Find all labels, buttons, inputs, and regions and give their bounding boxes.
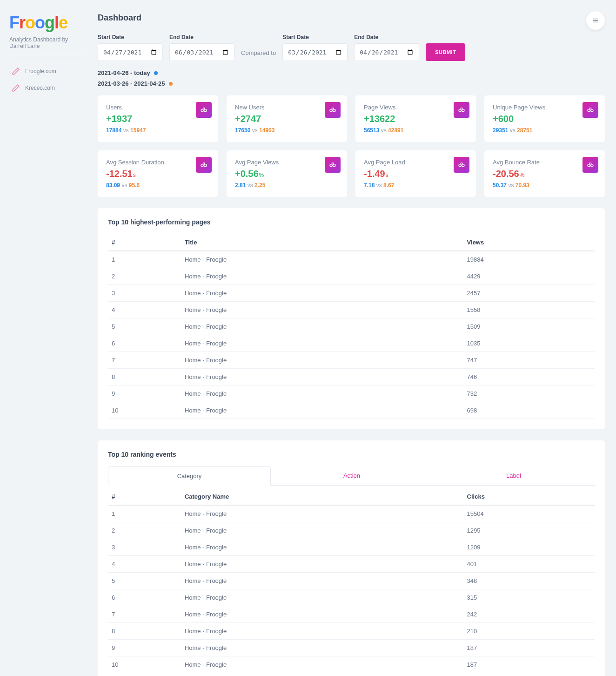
table-row: 5Home - Froogle348 [108, 573, 595, 589]
metric-title: Avg Session Duration [106, 159, 210, 166]
binoculars-icon [583, 102, 598, 118]
svg-point-6 [333, 109, 335, 112]
metric-compare: 2.81 vs 2.25 [235, 182, 339, 189]
tagline: Analytics Dashboard by Darrell Lane [9, 36, 84, 56]
binoculars-icon [196, 102, 212, 118]
metric-title: Unique Page Views [493, 104, 596, 111]
submit-button[interactable]: SUBMIT [426, 43, 465, 61]
table-row: 8Home - Froogle746 [108, 369, 595, 385]
metric-title: Avg Bounce Rate [493, 159, 596, 166]
metric-delta: +13622 [364, 114, 468, 124]
hamburger-icon [592, 17, 599, 24]
metric-delta: -12.51s [106, 169, 210, 179]
svg-point-7 [459, 109, 461, 112]
svg-point-3 [201, 109, 203, 112]
svg-point-11 [201, 164, 203, 167]
metric-compare: 17650 vs 14903 [235, 127, 339, 134]
start-date-1-input[interactable] [98, 43, 163, 61]
pencil-icon [11, 83, 20, 93]
metrics-grid: Users+193717884 vs 15947New Users+274717… [98, 95, 605, 197]
metric-card: Page Views+1362256513 vs 42891 [355, 95, 476, 142]
table-row: 7Home - Froogle747 [108, 352, 595, 369]
page-title: Dashboard [98, 13, 605, 23]
table-row: 9Home - Froogle732 [108, 385, 595, 402]
sidebar-item-site-1[interactable]: Kreceo.com [9, 80, 84, 96]
tab-category[interactable]: Category [108, 466, 271, 486]
events-tabs: Category Action Label [108, 466, 595, 486]
metric-card: New Users+274717650 vs 14903 [227, 95, 347, 142]
metric-delta: -20.56% [493, 169, 596, 179]
metric-card: Unique Page Views+60029351 vs 28751 [484, 95, 605, 142]
binoculars-icon [454, 157, 469, 173]
metric-delta: +1937 [106, 114, 210, 124]
dot-icon [154, 71, 158, 75]
end-date-2-input[interactable] [354, 43, 419, 61]
events-panel: Top 10 ranking events Category Action La… [98, 440, 605, 676]
sidebar: Froogle Analytics Dashboard by Darrell L… [0, 0, 93, 676]
dot-icon [169, 82, 173, 86]
col-header-num: # [108, 488, 181, 505]
events-table: # Category Name Clicks 1Home - Froogle15… [108, 488, 595, 673]
table-row: 8Home - Froogle210 [108, 623, 595, 640]
col-header-clicks: Clicks [463, 488, 595, 505]
col-header-title: Title [181, 234, 463, 251]
previous-range: 2021-03-26 - 2021-04-25 [98, 80, 605, 87]
date-row: Start Date End Date Compared to Start Da… [98, 34, 605, 61]
main-content: Dashboard Start Date End Date Compared t… [93, 0, 616, 676]
metric-card: Avg Bounce Rate-20.56%50.37 vs 70.93 [484, 150, 605, 197]
current-range: 2021-04-26 - today [98, 69, 605, 76]
table-row: 10Home - Froogle698 [108, 402, 595, 419]
binoculars-icon [454, 102, 469, 118]
end-date-1-input[interactable] [169, 43, 234, 61]
metric-title: New Users [235, 104, 339, 111]
sidebar-item-label: Froogle.com [25, 68, 56, 74]
table-row: 7Home - Froogle242 [108, 606, 595, 623]
svg-point-14 [333, 164, 335, 167]
metric-card: Users+193717884 vs 15947 [98, 95, 218, 142]
metric-delta: +2747 [235, 114, 339, 124]
svg-point-10 [591, 109, 593, 112]
svg-point-17 [588, 164, 590, 167]
metric-title: Avg Page Views [235, 159, 339, 166]
table-row: 2Home - Froogle1295 [108, 522, 595, 539]
table-row: 4Home - Froogle401 [108, 556, 595, 573]
compared-to-label: Compared to [241, 49, 276, 61]
svg-point-5 [330, 109, 332, 112]
table-row: 2Home - Froogle4429 [108, 268, 595, 285]
metric-compare: 56513 vs 42891 [364, 127, 468, 134]
tab-label[interactable]: Label [433, 466, 595, 485]
binoculars-icon [196, 157, 212, 173]
sidebar-item-site-0[interactable]: Froogle.com [9, 63, 84, 80]
table-row: 9Home - Froogle187 [108, 640, 595, 656]
panel-title: Top 10 ranking events [108, 451, 595, 458]
table-row: 3Home - Froogle2457 [108, 285, 595, 302]
metric-title: Avg Page Load [364, 159, 468, 166]
table-row: 1Home - Froogle19884 [108, 251, 595, 268]
label-start-1: Start Date [98, 34, 163, 41]
table-row: 10Home - Froogle187 [108, 656, 595, 673]
svg-point-8 [462, 109, 464, 112]
metric-card: Avg Page Views+0.56%2.81 vs 2.25 [227, 150, 347, 197]
pencil-icon [11, 67, 20, 76]
svg-point-18 [591, 164, 593, 167]
menu-button[interactable] [586, 11, 605, 30]
table-row: 6Home - Froogle1035 [108, 335, 595, 352]
binoculars-icon [325, 157, 341, 173]
metric-title: Users [106, 104, 210, 111]
tab-action[interactable]: Action [271, 466, 433, 485]
metric-compare: 29351 vs 28751 [493, 127, 596, 134]
metric-compare: 83.09 vs 95.6 [106, 182, 210, 189]
binoculars-icon [325, 102, 341, 118]
metric-delta: -1.49s [364, 169, 468, 179]
table-row: 1Home - Froogle15504 [108, 505, 595, 522]
col-header-views: Views [463, 234, 595, 251]
metric-compare: 7.18 vs 8.67 [364, 182, 468, 189]
binoculars-icon [583, 157, 598, 173]
metric-compare: 17884 vs 15947 [106, 127, 210, 134]
label-end-2: End Date [354, 34, 419, 41]
svg-point-13 [330, 164, 332, 167]
svg-point-12 [204, 164, 207, 167]
start-date-2-input[interactable] [282, 43, 348, 61]
col-header-num: # [108, 234, 181, 251]
logo: Froogle [9, 13, 84, 33]
